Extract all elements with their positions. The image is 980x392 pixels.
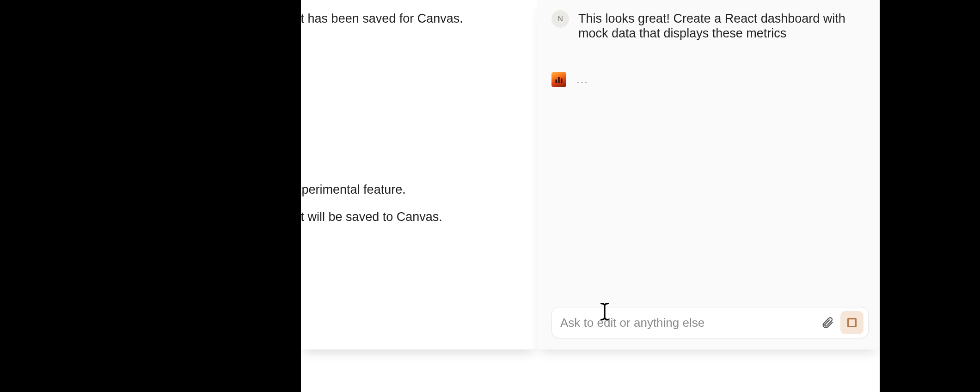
user-message-row: N This looks great! Create a React dashb… [551,10,861,41]
assistant-response-row: ... [551,72,588,87]
svg-rect-2 [561,79,562,83]
chat-input-bar [551,307,869,338]
canvas-document-panel: This document has been saved for Canvas.… [301,0,537,349]
app-stage: This document has been saved for Canvas.… [301,0,880,392]
svg-rect-1 [558,77,559,83]
user-avatar-initial: N [557,14,563,24]
chat-input[interactable] [560,316,817,330]
user-avatar: N [551,10,569,28]
canvas-save-note: This document will be saved to Canvas. [301,210,442,224]
canvas-status-line: This document has been saved for Canvas. [301,12,463,26]
chat-panel: N This looks great! Create a React dashb… [537,0,880,349]
assistant-typing-indicator: ... [576,74,588,85]
paperclip-icon [821,316,834,329]
stop-button[interactable] [840,311,864,334]
bar-chart-icon [554,75,564,84]
assistant-avatar [551,72,566,87]
svg-rect-0 [556,80,557,83]
attach-button[interactable] [817,312,838,333]
page-background-lower [301,349,880,392]
stop-icon [847,318,857,327]
canvas-experimental-note: This is an experimental feature. [301,183,406,197]
user-message-text: This looks great! Create a React dashboa… [578,10,861,41]
